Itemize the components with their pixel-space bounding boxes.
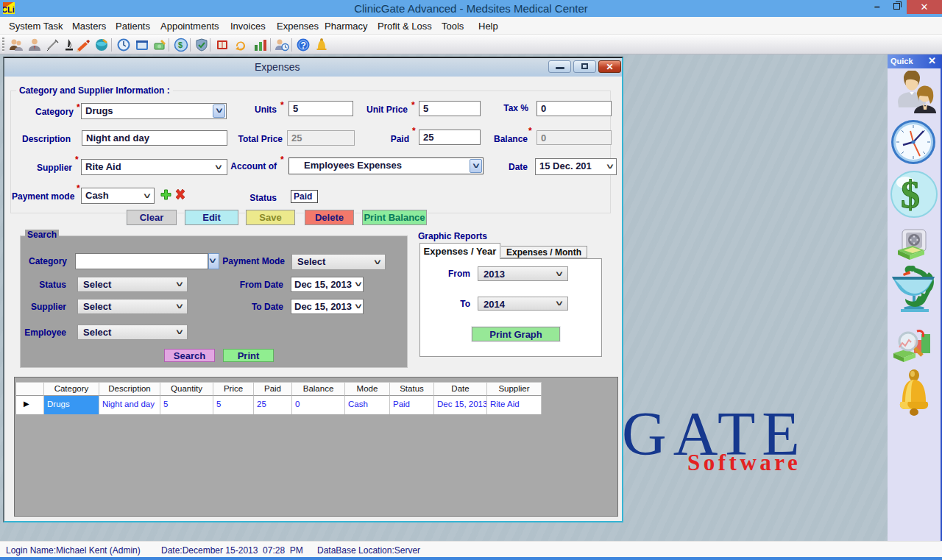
svg-text:?: ? <box>301 40 306 51</box>
svg-text:$: $ <box>178 40 183 49</box>
svg-text:$: $ <box>901 174 920 216</box>
